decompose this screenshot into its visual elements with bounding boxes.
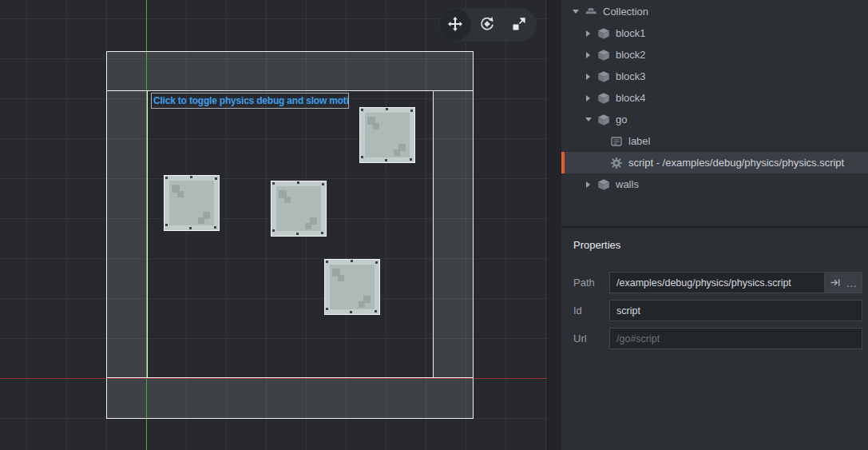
viewport-right-gutter (547, 0, 561, 450)
path-input[interactable] (609, 272, 825, 293)
tree-item-label: Collection (603, 6, 648, 18)
caret-right-icon[interactable] (584, 181, 593, 188)
path-label: Path (573, 277, 609, 289)
physics-debug-label-text: Click to toggle physics debug and slow m… (153, 95, 349, 106)
properties-panel: Properties Path … (561, 228, 868, 450)
collection-icon (585, 6, 597, 18)
cube-icon (597, 49, 610, 62)
properties-title: Properties (573, 239, 868, 251)
wall-left-inner-edge (147, 90, 148, 378)
tree-item-label: script - /examples/debug/physics/physics… (628, 157, 844, 169)
move-icon (447, 16, 463, 34)
browse-button[interactable]: … (846, 279, 857, 287)
path-buttons: … (825, 272, 862, 293)
tree-item-label: block4 (616, 92, 646, 104)
tree-item-label: block2 (616, 49, 646, 61)
transform-toolbar (438, 8, 537, 42)
cube-icon (597, 178, 610, 191)
script-gear-icon (610, 157, 623, 169)
cube-icon (597, 27, 610, 40)
cube-icon (597, 92, 610, 105)
goto-resource-button[interactable] (830, 277, 842, 289)
rotate-icon (479, 16, 495, 34)
property-row-path: Path … (573, 272, 862, 293)
url-input[interactable] (609, 328, 862, 349)
tree-item-walls[interactable]: walls (561, 173, 868, 195)
caret-right-icon[interactable] (584, 95, 593, 102)
physics-debug-label[interactable]: Click to toggle physics debug and slow m… (151, 93, 349, 109)
tree-item-go[interactable]: go (561, 109, 868, 130)
tree-item-label: block1 (616, 27, 646, 39)
id-input[interactable] (609, 300, 862, 321)
tree-item-label: go (616, 113, 627, 125)
caret-right-icon[interactable] (584, 74, 593, 80)
wall-right-inner-edge (433, 90, 434, 378)
crate-block[interactable] (359, 107, 415, 163)
label-icon (610, 135, 623, 148)
wall-top-inner-edge (106, 90, 474, 91)
tree-item-script[interactable]: script - /examples/debug/physics/physics… (561, 152, 868, 173)
wall-bottom-inner-edge (106, 377, 474, 378)
right-panel: Collection block1 block2 (561, 0, 868, 450)
outline-panel: Collection block1 block2 (561, 0, 868, 226)
crate-block[interactable] (164, 175, 220, 231)
move-tool-button[interactable] (439, 9, 471, 41)
caret-right-icon[interactable] (584, 52, 593, 58)
caret-down-icon[interactable] (584, 117, 593, 121)
crate-block[interactable] (271, 181, 327, 237)
crate-block[interactable] (324, 259, 380, 315)
caret-down-icon[interactable] (571, 10, 580, 14)
caret-right-icon[interactable] (584, 30, 593, 37)
scene-viewport[interactable]: Click to toggle physics debug and slow m… (0, 0, 561, 450)
tree-item-block2[interactable]: block2 (561, 44, 868, 66)
cube-icon (597, 113, 610, 126)
tree-item-collection[interactable]: Collection (561, 1, 868, 22)
defold-editor-window: Click to toggle physics debug and slow m… (0, 0, 868, 450)
id-label: Id (573, 305, 609, 317)
tree-item-block1[interactable]: block1 (561, 22, 868, 44)
url-label: Url (573, 333, 609, 344)
scale-icon (511, 16, 527, 34)
tree-item-label: label (628, 135, 650, 147)
tree-item-label: block3 (616, 70, 646, 82)
rotate-tool-button[interactable] (471, 9, 503, 41)
goto-resource-icon (830, 277, 842, 289)
property-row-id: Id (573, 300, 862, 321)
property-row-url: Url (573, 328, 862, 349)
scale-tool-button[interactable] (503, 9, 535, 41)
ellipsis-icon: … (846, 279, 857, 287)
cube-icon (597, 70, 610, 83)
tree-item-block3[interactable]: block3 (561, 66, 868, 87)
tree-item-block4[interactable]: block4 (561, 87, 868, 109)
tree-item-label: walls (616, 178, 639, 190)
tree-item-label-node[interactable]: label (561, 130, 868, 152)
